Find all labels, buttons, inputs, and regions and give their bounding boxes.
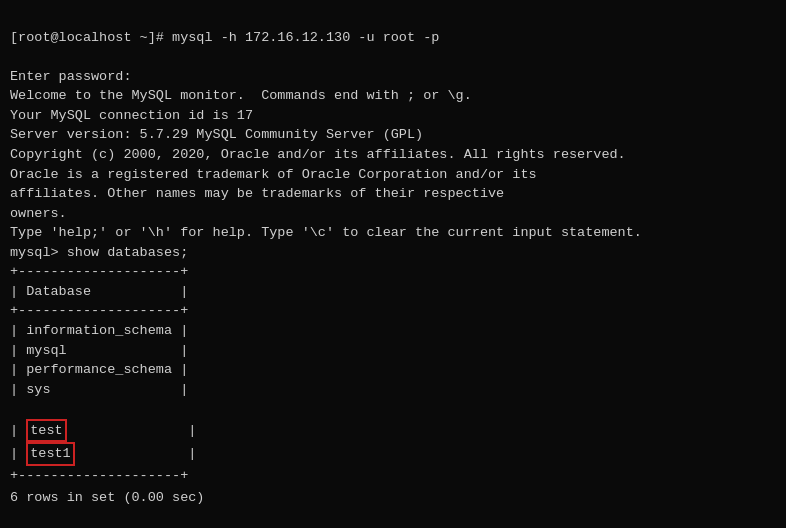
terminal-line: Type 'help;' or '\h' for help. Type '\c'… [10,223,776,243]
terminal-line: | information_schema | [10,321,776,341]
terminal-line: +--------------------+ [10,301,776,321]
terminal-window: [root@localhost ~]# mysql -h 172.16.12.1… [10,8,776,47]
terminal-line: +--------------------+ [10,262,776,282]
terminal-line: affiliates. Other names may be trademark… [10,184,776,204]
terminal-line: | Database | [10,282,776,302]
highlighted-row-1: | test1 | [10,442,776,466]
terminal-line: Copyright (c) 2000, 2020, Oracle and/or … [10,145,776,165]
terminal-output: Enter password:Welcome to the MySQL moni… [10,47,776,399]
result-footer: 6 rows in set (0.00 sec) [10,488,776,508]
prompt-line: [root@localhost ~]# mysql -h 172.16.12.1… [10,30,439,45]
highlight-box-0: test [26,419,66,443]
terminal-line: | performance_schema | [10,360,776,380]
terminal-line: Oracle is a registered trademark of Orac… [10,165,776,185]
highlighted-row-0: | test | [10,419,776,443]
terminal-line: | mysql | [10,341,776,361]
table-end-line: +--------------------+ [10,466,776,486]
terminal-line: owners. [10,204,776,224]
terminal-line: Your MySQL connection id is 17 [10,106,776,126]
terminal-line: mysql> show databases; [10,243,776,263]
terminal-line: Welcome to the MySQL monitor. Commands e… [10,86,776,106]
terminal-line: | sys | [10,380,776,400]
terminal-line: Server version: 5.7.29 MySQL Community S… [10,125,776,145]
table-highlighted: | test || test1 |+--------------------+6… [10,399,776,507]
terminal-line: Enter password: [10,67,776,87]
highlight-box-1: test1 [26,442,75,466]
